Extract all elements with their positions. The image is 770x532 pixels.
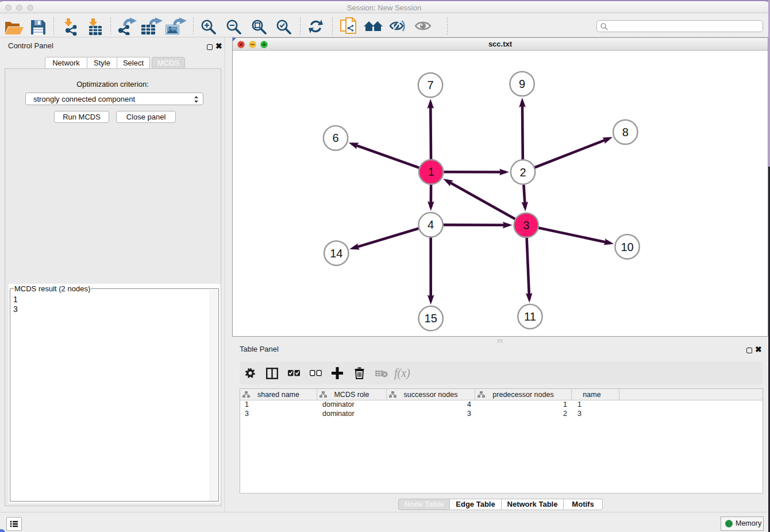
svg-text:10: 10 bbox=[621, 241, 633, 253]
svg-text:8: 8 bbox=[622, 126, 629, 138]
svg-text:4: 4 bbox=[428, 218, 434, 231]
svg-text:6: 6 bbox=[332, 132, 338, 144]
svg-text:15: 15 bbox=[425, 312, 437, 325]
svg-text:2: 2 bbox=[519, 166, 526, 179]
svg-text:9: 9 bbox=[519, 78, 525, 90]
svg-text:7: 7 bbox=[427, 79, 433, 91]
svg-text:1: 1 bbox=[428, 165, 434, 178]
svg-text:14: 14 bbox=[330, 247, 342, 260]
svg-text:3: 3 bbox=[523, 219, 529, 232]
svg-text:11: 11 bbox=[524, 310, 536, 323]
